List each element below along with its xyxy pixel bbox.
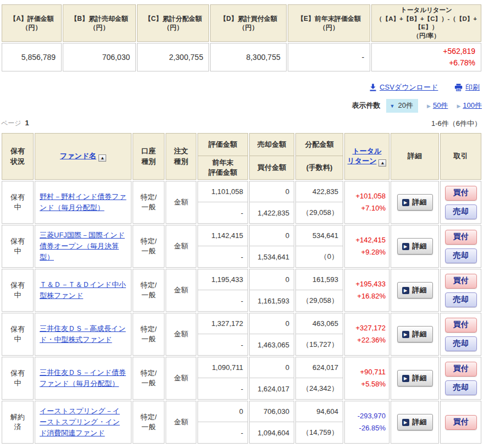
trade-button-stack: 買付売却 <box>441 357 481 399</box>
total-return-sort-link[interactable]: トータル リターン <box>348 147 382 165</box>
sell-buy-cell: 01,463,065 <box>249 313 294 356</box>
detail-cell: ▶詳細 <box>391 269 439 312</box>
col-detail: 詳細 <box>391 133 439 180</box>
detail-arrow-icon: ▶ <box>402 287 409 294</box>
display-count-option-50[interactable]: ▶50件 <box>427 101 448 110</box>
fund-name-link[interactable]: 三井住友ＤＳ－高成長インド・中型株式ファンド <box>40 324 126 344</box>
fund-name-cell: 三菱UFJ国際－国際インド債券オープン（毎月決算型） <box>35 225 131 268</box>
detail-button[interactable]: ▶詳細 <box>397 282 433 298</box>
col-order-type: 注文 種別 <box>166 133 196 180</box>
fund-name-cell: Ｔ＆Ｄ－Ｔ＆Ｄインド中小型株ファンド <box>35 269 131 312</box>
sell-button[interactable]: 売却 <box>445 380 477 395</box>
fund-table-header-row: 保有 状況 ファンド名▲ 口座 種別 注文 種別 評価金額前年末 評価金額 売却… <box>2 133 481 180</box>
prev-year-eval-value: - <box>198 290 248 311</box>
sell-buy-cell: 01,534,641 <box>249 225 294 268</box>
detail-button[interactable]: ▶詳細 <box>397 238 433 255</box>
holding-status-cell: 保有 中 <box>2 225 34 268</box>
display-count-option-100[interactable]: ▶100件 <box>457 101 482 110</box>
detail-button[interactable]: ▶詳細 <box>397 414 433 430</box>
trade-cell: 買付売却 <box>440 357 481 400</box>
evaluation-cell: 1,327,172- <box>197 313 248 356</box>
detail-button-label: 詳細 <box>413 285 427 295</box>
buy-button[interactable]: 買付 <box>445 186 477 201</box>
fund-name-link[interactable]: 三井住友ＤＳ－インド債券ファンド（毎月分配型） <box>40 368 126 388</box>
sell-amount-value: 0 <box>250 313 294 334</box>
sell-amount-value: 0 <box>250 357 294 378</box>
fund-row: 保有 中三井住友ＤＳ－インド債券ファンド（毎月分配型）特定/ 一般金額1,090… <box>2 357 481 400</box>
holding-status-cell: 保有 中 <box>2 269 34 312</box>
holding-status-cell: 解約 済 <box>2 401 34 444</box>
eval-amount-value: 1,090,711 <box>198 357 248 378</box>
detail-button[interactable]: ▶詳細 <box>397 326 433 342</box>
buy-amount-value: 1,463,065 <box>250 334 294 355</box>
fund-name-sort-link[interactable]: ファンド名 <box>60 152 96 160</box>
pagination-bar: ページ1 1-6件（6件中） <box>1 119 481 129</box>
col-holding-status: 保有 状況 <box>2 133 34 180</box>
trade-button-stack: 買付売却 <box>441 269 481 311</box>
fee-value: （14,759） <box>296 422 343 443</box>
fund-name-cell: 三井住友ＤＳ－インド債券ファンド（毎月分配型） <box>35 357 131 400</box>
fund-row: 保有 中Ｔ＆Ｄ－Ｔ＆Ｄインド中小型株ファンド特定/ 一般金額1,195,433-… <box>2 269 481 312</box>
summary-table: 【A】評価金額 （円）【B】累計売却金額 （円）【C】累計分配金額 （円）【D】… <box>1 3 482 73</box>
sell-button[interactable]: 売却 <box>445 204 477 219</box>
sell-button[interactable]: 売却 <box>445 248 477 263</box>
buy-button[interactable]: 買付 <box>445 415 477 430</box>
buy-amount-value: 1,534,641 <box>250 246 294 267</box>
detail-button[interactable]: ▶詳細 <box>397 370 433 386</box>
summary-header-row: 【A】評価金額 （円）【B】累計売却金額 （円）【C】累計分配金額 （円）【D】… <box>2 4 481 42</box>
sell-buy-cell: 01,422,835 <box>249 181 294 224</box>
sell-buy-cell: 01,161,593 <box>249 269 294 312</box>
fund-name-link[interactable]: 三菱UFJ国際－国際インド債券オープン（毎月決算型） <box>40 231 125 261</box>
csv-download-link[interactable]: CSVダウンロード <box>369 83 438 91</box>
arrow-right-icon: ▶ <box>457 103 460 109</box>
total-return-cell: +327,172 +22.36% <box>344 313 389 356</box>
eval-amount-value: 1,101,058 <box>198 181 248 202</box>
fund-name-link[interactable]: イーストスプリング－イーストスプリング・インド消費関連ファンド <box>40 407 120 437</box>
sell-amount-value: 0 <box>250 181 294 202</box>
fund-name-link[interactable]: 野村－野村インド債券ファンド（毎月分配型） <box>40 192 127 212</box>
buy-button[interactable]: 買付 <box>445 274 477 289</box>
fee-value: （15,727） <box>296 334 343 355</box>
summary-value: 706,030 <box>63 43 136 71</box>
fund-name-link[interactable]: Ｔ＆Ｄ－Ｔ＆Ｄインド中小型株ファンド <box>40 280 126 300</box>
display-count-selected[interactable]: ▼20件 <box>386 99 418 113</box>
fee-value: （29,058） <box>296 290 343 311</box>
fund-row: 保有 中野村－野村インド債券ファンド（毎月分配型）特定/ 一般金額1,101,0… <box>2 181 481 224</box>
prev-year-eval-value: - <box>198 202 248 223</box>
display-count-label: 表示件数 <box>352 101 381 110</box>
detail-button[interactable]: ▶詳細 <box>397 194 433 211</box>
col-evaluation: 評価金額前年末 評価金額 <box>197 133 248 180</box>
dist-amount-value: 624,017 <box>296 357 343 378</box>
sell-amount-value: 706,030 <box>250 401 294 422</box>
print-label: 印刷 <box>465 83 480 91</box>
print-link[interactable]: 印刷 <box>454 83 480 91</box>
detail-cell: ▶詳細 <box>391 313 439 356</box>
trade-cell: 買付売却 <box>440 313 481 356</box>
sell-buy-cell: 01,624,017 <box>249 357 294 400</box>
eval-amount-value: 1,142,415 <box>198 225 248 246</box>
dropdown-arrow-icon: ▼ <box>390 103 395 109</box>
order-type-cell: 金額 <box>166 181 196 224</box>
sort-asc-icon[interactable]: ▲ <box>98 154 106 162</box>
fund-row: 保有 中三菱UFJ国際－国際インド債券オープン（毎月決算型）特定/ 一般金額1,… <box>2 225 481 268</box>
order-type-cell: 金額 <box>166 225 196 268</box>
trade-cell: 買付売却 <box>440 269 481 312</box>
sell-button[interactable]: 売却 <box>445 336 477 351</box>
summary-value: 5,856,789 <box>2 43 62 71</box>
result-range: 1-6件（6件中） <box>431 119 481 129</box>
summary-value-row: 5,856,789706,0302,300,7558,300,755-+562,… <box>2 43 481 71</box>
buy-button[interactable]: 買付 <box>445 362 477 377</box>
sell-button[interactable]: 売却 <box>445 292 477 307</box>
toolbar: CSVダウンロード 印刷 <box>0 82 480 93</box>
summary-value: - <box>288 43 370 71</box>
buy-button[interactable]: 買付 <box>445 230 477 245</box>
sell-amount-value: 0 <box>250 269 294 290</box>
sort-asc-icon[interactable]: ▲ <box>378 159 386 167</box>
buy-amount-value: 1,161,593 <box>250 290 294 311</box>
prev-year-eval-value: - <box>198 246 248 267</box>
buy-button[interactable]: 買付 <box>445 318 477 333</box>
order-type-cell: 金額 <box>166 269 196 312</box>
evaluation-cell: 1,142,415- <box>197 225 248 268</box>
total-return-cell: +101,058 +7.10% <box>344 181 389 224</box>
col-fund-name: ファンド名▲ <box>35 133 131 180</box>
